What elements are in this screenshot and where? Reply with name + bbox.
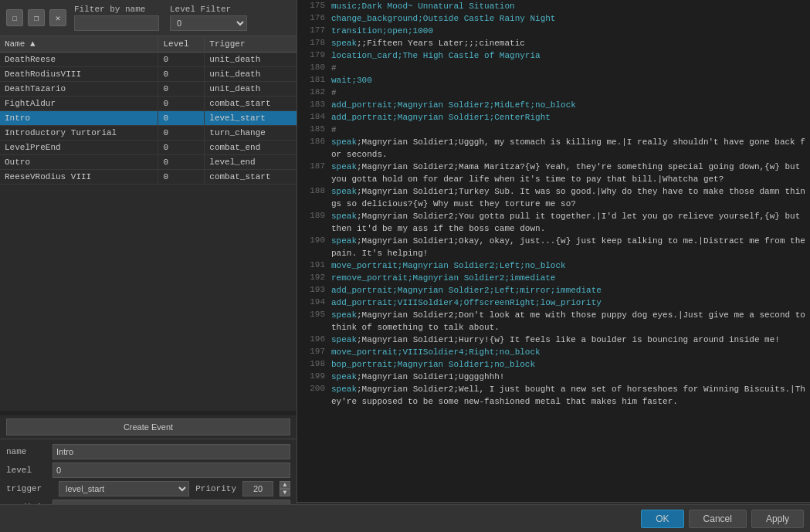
line-number: 187 — [300, 161, 325, 171]
add-icon[interactable]: ☐ — [6, 9, 23, 26]
ok-button[interactable]: OK — [641, 510, 683, 528]
col-level[interactable]: Level — [158, 36, 205, 53]
line-content: speak;Magnyrian Soldier1;Turkey Sub. It … — [331, 185, 807, 210]
row-name: Outro — [0, 155, 158, 170]
horizontal-scrollbar[interactable] — [0, 411, 297, 415]
name-prop-input[interactable] — [53, 444, 290, 459]
code-line: 175music;Dark Mood~ Unnatural Situation — [297, 0, 810, 12]
line-number: 198 — [300, 358, 325, 368]
line-content: transition;open;1000 — [331, 25, 433, 37]
code-line: 177transition;open;1000 — [297, 25, 810, 37]
line-number: 185 — [300, 124, 325, 134]
line-content: move_portrait;Magnyrian Soldier2;Left;no… — [331, 259, 566, 272]
code-line: 185# — [297, 124, 810, 136]
level-row: level — [6, 463, 290, 478]
level-filter-label: Level Filter — [170, 5, 247, 14]
line-number: 184 — [300, 111, 325, 121]
events-table[interactable]: Name ▲ Level Trigger DeathReese 0 unit_d… — [0, 36, 297, 411]
line-number: 179 — [300, 49, 325, 59]
line-content: add_portrait;Magnyrian Soldier2;Left;mir… — [331, 284, 602, 296]
level-prop-label: level — [6, 466, 53, 475]
code-line: 180# — [297, 62, 810, 74]
code-line: 200speak;Magnyrian Soldier2;Well, I just… — [297, 383, 810, 408]
code-line: 194add_portrait;VIIISoldier4;OffscreenRi… — [297, 296, 810, 309]
code-line: 192remove_portrait;Magnyrian Soldier2;im… — [297, 272, 810, 284]
priority-label: Priority — [195, 484, 236, 493]
line-number: 200 — [300, 383, 325, 393]
row-name: Intro — [0, 111, 158, 126]
line-content: wait;300 — [331, 74, 372, 86]
events-list-table: Name ▲ Level Trigger DeathReese 0 unit_d… — [0, 36, 297, 185]
code-line: 184add_portrait;Magnyrian Soldier1;Cente… — [297, 111, 810, 124]
table-row[interactable]: Outro 0 level_end — [0, 155, 297, 170]
line-content: speak;Magnyrian Soldier2;Mama Maritza?{w… — [331, 161, 807, 185]
cancel-button[interactable]: Cancel — [689, 510, 747, 528]
trigger-row: trigger level_start Priority ▲ ▼ — [6, 481, 290, 496]
code-line: 188speak;Magnyrian Soldier1;Turkey Sub. … — [297, 185, 810, 210]
line-content: add_portrait;Magnyrian Soldier1;CenterRi… — [331, 111, 551, 124]
code-line: 193add_portrait;Magnyrian Soldier2;Left;… — [297, 284, 810, 296]
row-name: DeathReese — [0, 53, 158, 67]
apply-button[interactable]: Apply — [751, 510, 804, 528]
table-row[interactable]: DeathTazario 0 unit_death — [0, 82, 297, 97]
create-event-button[interactable]: Create Event — [6, 418, 290, 435]
row-level: 0 — [158, 155, 205, 170]
footer-bar: OK Cancel Apply — [0, 504, 810, 532]
code-line: 199speak;Magnyrian Soldier1;Ugggghhh! — [297, 371, 810, 383]
row-level: 0 — [158, 67, 205, 82]
line-content: bop_portrait;Magnyrian Soldier1;no_block — [331, 358, 535, 371]
line-content: # — [331, 124, 337, 136]
line-number: 181 — [300, 74, 325, 84]
code-line: 181wait;300 — [297, 74, 810, 86]
code-line: 182# — [297, 86, 810, 99]
code-line: 176change_background;Outside Castle Rain… — [297, 12, 810, 25]
line-content: speak;Magnyrian Soldier1;Okay, okay, jus… — [331, 235, 807, 259]
line-content: remove_portrait;Magnyrian Soldier2;immed… — [331, 272, 555, 284]
priority-input[interactable] — [242, 481, 273, 496]
code-line: 190speak;Magnyrian Soldier1;Okay, okay, … — [297, 235, 810, 259]
table-row[interactable]: Introductory Turtorial 0 turn_change — [0, 126, 297, 141]
trigger-prop-select[interactable]: level_start — [59, 481, 189, 496]
row-trigger: unit_death — [205, 82, 297, 97]
code-line: 179location_card;The High Castle of Magn… — [297, 49, 810, 62]
line-number: 178 — [300, 37, 325, 47]
row-trigger: unit_death — [205, 67, 297, 82]
line-number: 195 — [300, 309, 325, 319]
line-number: 186 — [300, 136, 325, 146]
table-row[interactable]: Intro 0 level_start — [0, 111, 297, 126]
level-prop-input[interactable] — [53, 463, 290, 478]
table-row[interactable]: FightAldur 0 combat_start — [0, 97, 297, 111]
line-number: 193 — [300, 284, 325, 294]
table-row[interactable]: DeathRodiusVIII 0 unit_death — [0, 67, 297, 82]
copy-icon[interactable]: ❐ — [28, 9, 45, 26]
right-panel: 175music;Dark Mood~ Unnatural Situation1… — [297, 0, 810, 532]
line-content: change_background;Outside Castle Rainy N… — [331, 12, 555, 25]
code-line: 178speak;;Fifteen Years Later;;;cinemati… — [297, 37, 810, 49]
filter-name-input[interactable] — [74, 15, 159, 31]
line-content: speak;Magnyrian Soldier1;Hurry!{w} It fe… — [331, 334, 780, 346]
close-icon[interactable]: ✕ — [49, 9, 66, 26]
priority-spinner[interactable]: ▲ ▼ — [280, 481, 290, 496]
line-number: 183 — [300, 99, 325, 109]
line-number: 189 — [300, 210, 325, 220]
row-name: LevelPreEnd — [0, 141, 158, 155]
col-name[interactable]: Name ▲ — [0, 36, 158, 53]
row-level: 0 — [158, 111, 205, 126]
row-level: 0 — [158, 53, 205, 67]
level-filter-select[interactable]: 0 — [170, 15, 247, 31]
line-number: 199 — [300, 371, 325, 381]
col-trigger[interactable]: Trigger — [205, 36, 297, 53]
code-line: 195speak;Magnyrian Soldier2;Don't look a… — [297, 309, 810, 334]
line-number: 191 — [300, 259, 325, 269]
code-area[interactable]: 175music;Dark Mood~ Unnatural Situation1… — [297, 0, 810, 502]
table-row[interactable]: ReeseVRodius VIII 0 combat_start — [0, 170, 297, 185]
table-row[interactable]: LevelPreEnd 0 combat_end — [0, 141, 297, 155]
row-trigger: turn_change — [205, 126, 297, 141]
row-name: ReeseVRodius VIII — [0, 170, 158, 185]
table-row[interactable]: DeathReese 0 unit_death — [0, 53, 297, 67]
line-content: speak;Magnyrian Soldier2;You gotta pull … — [331, 210, 807, 235]
spinner-down[interactable]: ▼ — [280, 489, 290, 496]
line-number: 188 — [300, 185, 325, 195]
line-content: speak;Magnyrian Soldier2;Well, I just bo… — [331, 383, 807, 408]
spinner-up[interactable]: ▲ — [280, 481, 290, 489]
